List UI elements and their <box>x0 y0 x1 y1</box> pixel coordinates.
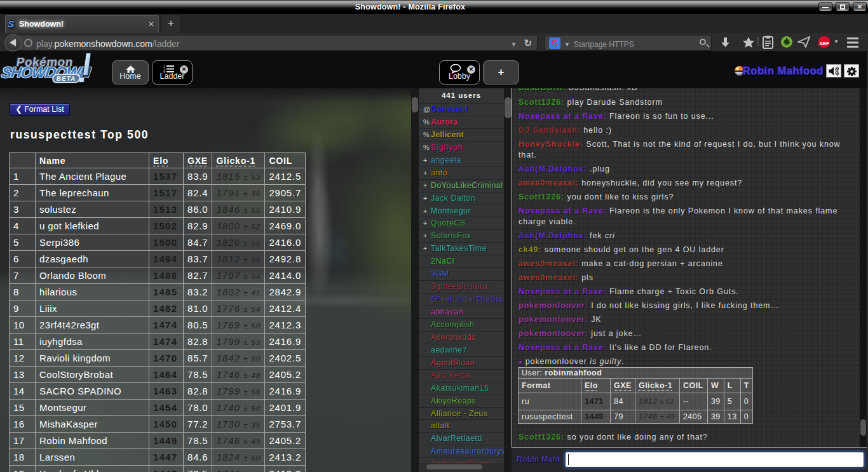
svg-text:ABP: ABP <box>819 41 829 46</box>
